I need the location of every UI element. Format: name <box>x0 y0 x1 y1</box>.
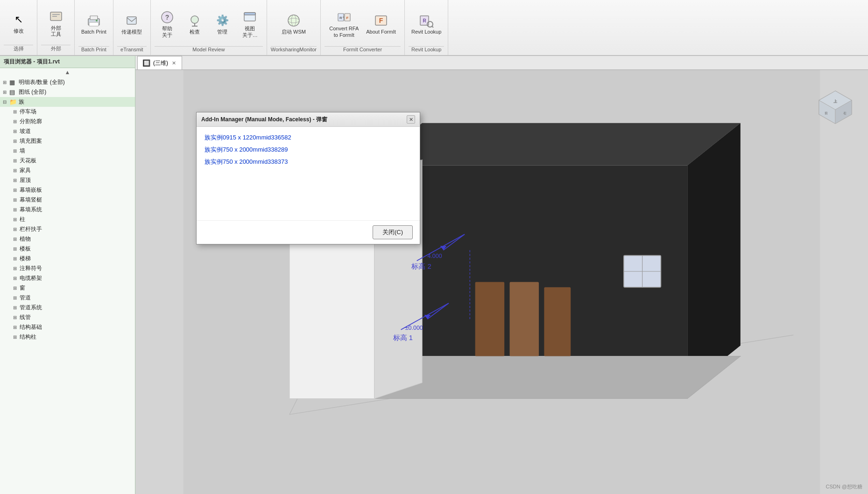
check-button[interactable]: 检查 <box>182 11 208 37</box>
external-tools-label: 外部工具 <box>51 25 61 37</box>
svg-text:F: F <box>379 17 383 24</box>
svg-rect-39 <box>510 282 539 356</box>
dialog-close-button[interactable]: 关闭(C) <box>373 225 413 239</box>
label-stair: 楼梯 <box>20 255 31 263</box>
revit-lookup-button[interactable]: R Revit Lookup <box>409 11 444 37</box>
browser-item-floor[interactable]: ⊞ 楼板 <box>0 244 135 254</box>
formit-group-label: FormIt Converter <box>325 46 401 53</box>
label-wire: 线管 <box>20 313 31 321</box>
browser-item-struct-foundation[interactable]: ⊞ 结构基础 <box>0 322 135 332</box>
svg-rect-7 <box>127 17 136 24</box>
main-area: 项目浏览器 - 项目1.rvt ▲ ⊞ ▦ 明细表/数量 (全部) ⊞ ▤ 图纸… <box>0 56 868 494</box>
browser-item-struct-column[interactable]: ⊞ 结构柱 <box>0 332 135 342</box>
etransmit-button[interactable]: 传递模型 <box>119 11 145 37</box>
browser-item-plant[interactable]: ⊞ 植物 <box>0 234 135 244</box>
dialog-close-x-button[interactable]: ✕ <box>407 115 415 124</box>
browser-item-cable-tray[interactable]: ⊞ 电缆桥架 <box>0 273 135 283</box>
revit-lookup-icon: R <box>419 13 434 28</box>
svg-text:R: R <box>423 18 427 23</box>
browser-item-ramp[interactable]: ⊞ 坡道 <box>0 126 135 136</box>
dialog-list-item-0[interactable]: 族实例0915 x 1220mmid336582 <box>204 132 413 144</box>
addin-manager-dialog: Add-In Manager (Manual Mode, Faceless) -… <box>196 112 420 244</box>
expand-icon-window: ⊞ <box>13 285 20 291</box>
label-families: 族 <box>19 98 24 106</box>
svg-text:R: R <box>339 16 342 20</box>
ribbon-group-model-review: ? 帮助关于 检查 ⚙️ 管理 <box>151 0 267 55</box>
dialog-title: Add-In Manager (Manual Mode, Faceless) -… <box>201 116 327 124</box>
ribbon-group-etransmit: 传递模型 eTransmit <box>113 0 151 55</box>
batch-print-icon <box>86 13 101 28</box>
browser-item-annotation[interactable]: ⊞ 注释符号 <box>0 264 135 273</box>
ribbon-group-revit-lookup: R Revit Lookup Revit Lookup <box>405 0 448 55</box>
browser-item-wire[interactable]: ⊞ 线管 <box>0 313 135 322</box>
ribbon-group-batch-print: Batch Print Batch Print <box>75 0 113 55</box>
about-formit-button[interactable]: F About FormIt <box>363 11 399 37</box>
wsm-group-label: WorksharingMonitor <box>271 46 317 53</box>
nav-cube[interactable]: 上 前 右 <box>817 89 854 126</box>
modify-button[interactable]: ↖ 修改 <box>6 10 31 36</box>
label-annotation: 注释符号 <box>20 264 42 272</box>
browser-item-pipe-system[interactable]: ⊞ 管道系统 <box>0 303 135 313</box>
label-plant: 植物 <box>20 235 31 243</box>
dialog-list-item-1[interactable]: 族实例750 x 2000mmid338289 <box>204 144 413 156</box>
browser-item-ceiling[interactable]: ⊞ 天花板 <box>0 156 135 166</box>
check-icon <box>187 13 202 28</box>
browser-item-parking[interactable]: ⊞ 停车场 <box>0 107 135 117</box>
browser-item-pipe[interactable]: ⊞ 管道 <box>0 293 135 303</box>
view-about-button[interactable]: 视图关于… <box>237 8 263 40</box>
convert-rfa-button[interactable]: R F Convert RFAto FormIt <box>326 8 361 40</box>
browser-item-schedules[interactable]: ⊞ ▦ 明细表/数量 (全部) <box>0 77 135 87</box>
label-struct-foundation: 结构基础 <box>20 323 42 331</box>
expand-icon-floor: ⊞ <box>13 246 20 251</box>
tab-3d-view[interactable]: 🔲 (三维) ✕ <box>137 56 182 70</box>
browser-item-column[interactable]: ⊞ 柱 <box>0 215 135 224</box>
browser-item-families[interactable]: ⊟ 📁 族 <box>0 97 135 107</box>
dialog-list-item-2[interactable]: 族实例750 x 2000mmid338373 <box>204 156 413 168</box>
label-struct-column: 结构柱 <box>20 333 36 341</box>
label-ramp: 坡道 <box>20 127 31 135</box>
browser-item-curtain-mullion[interactable]: ⊞ 幕墙竖梃 <box>0 195 135 205</box>
svg-rect-38 <box>475 282 504 356</box>
help-button[interactable]: ? 帮助关于 <box>155 8 180 40</box>
revit-lookup-label: Revit Lookup <box>411 29 441 35</box>
ribbon-group-formit: R F Convert RFAto FormIt F About FormIt <box>321 0 405 55</box>
browser-content: ⊞ ▦ 明细表/数量 (全部) ⊞ ▤ 图纸 (全部) ⊟ 📁 族 ⊞ 停车场 <box>0 77 135 494</box>
label-curtain-panel: 幕墙嵌板 <box>20 186 42 194</box>
browser-item-stair[interactable]: ⊞ 楼梯 <box>0 254 135 264</box>
tab-3d-label: (三维) <box>153 59 168 67</box>
batch-print-button[interactable]: Batch Print <box>78 11 109 37</box>
expand-icon-roof: ⊞ <box>13 178 20 183</box>
browser-item-wall[interactable]: ⊞ 墙 <box>0 146 135 156</box>
wsm-button[interactable]: 启动 WSM <box>279 11 309 37</box>
help-icon: ? <box>160 10 175 25</box>
browser-item-furniture[interactable]: ⊞ 家具 <box>0 166 135 175</box>
label-parking: 停车场 <box>20 108 36 116</box>
wsm-label: 启动 WSM <box>282 29 306 35</box>
browser-item-window[interactable]: ⊞ 窗 <box>0 283 135 293</box>
manage-button[interactable]: ⚙️ 管理 <box>210 11 235 37</box>
browser-item-railing[interactable]: ⊞ 栏杆扶手 <box>0 224 135 234</box>
browser-item-roof[interactable]: ⊞ 屋顶 <box>0 175 135 185</box>
project-browser: 项目浏览器 - 项目1.rvt ▲ ⊞ ▦ 明细表/数量 (全部) ⊞ ▤ 图纸… <box>0 56 135 494</box>
browser-item-sheets[interactable]: ⊞ ▤ 图纸 (全部) <box>0 87 135 97</box>
expand-icon-cable-tray: ⊞ <box>13 276 20 281</box>
etransmit-icon <box>124 13 139 28</box>
svg-text:F: F <box>346 16 348 20</box>
svg-text:4.000: 4.000 <box>427 253 442 259</box>
expand-icon-fill: ⊞ <box>13 139 20 144</box>
browser-item-curtain-system[interactable]: ⊞ 幕墙系统 <box>0 205 135 215</box>
label-profile: 分割轮廓 <box>20 118 42 125</box>
tab-close-button[interactable]: ✕ <box>171 60 177 67</box>
expand-icon-plant: ⊞ <box>13 237 20 242</box>
ribbon-toolbar: ↖ 修改 选择 外部工具 外部 <box>0 0 868 56</box>
browser-scroll-up[interactable]: ▲ <box>0 68 135 77</box>
browser-item-curtain-panel[interactable]: ⊞ 幕墙嵌板 <box>0 185 135 195</box>
label-curtain-mullion: 幕墙竖梃 <box>20 196 42 204</box>
external-tools-button[interactable]: 外部工具 <box>43 7 69 39</box>
expand-icon-pipe-system: ⊞ <box>13 305 20 310</box>
expand-icon-curtain-system: ⊞ <box>13 207 20 212</box>
browser-item-fill[interactable]: ⊞ 填充图案 <box>0 136 135 146</box>
browser-item-profile[interactable]: ⊞ 分割轮廓 <box>0 117 135 126</box>
dialog-title-bar[interactable]: Add-In Manager (Manual Mode, Faceless) -… <box>197 112 420 127</box>
expand-icon-families: ⊟ <box>3 99 9 104</box>
